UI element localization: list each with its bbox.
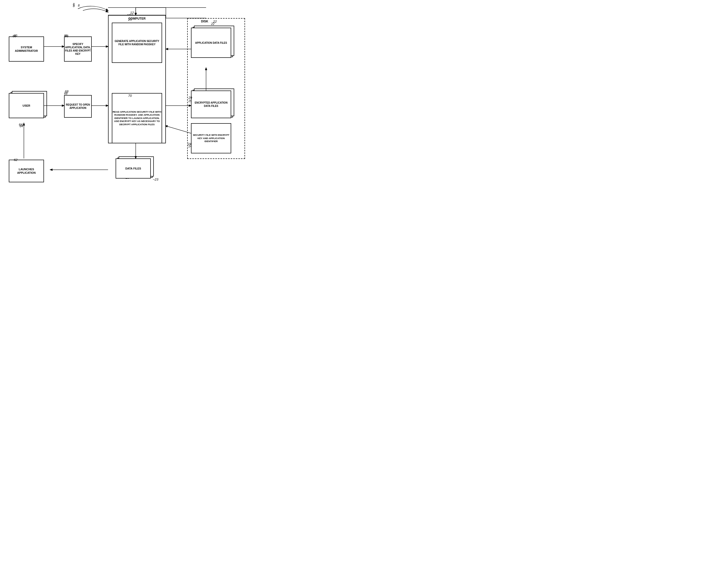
app-data-files-text: APPLICATION DATA FILES xyxy=(195,41,227,44)
ref-8: 8 xyxy=(73,3,75,6)
ref-64: 64 xyxy=(20,124,23,128)
read-security-text: READ APPLICATION SECURITY FILE WITH RAND… xyxy=(112,110,162,126)
ref-68: 68 xyxy=(64,92,67,95)
launches-app-text: LAUNCHES APPLICATION xyxy=(9,167,43,175)
disk-label: DISK xyxy=(201,20,208,23)
system-admin-text: SYSTEM ADMINISTRATOR xyxy=(9,45,43,53)
security-file-text: SECURITY FILE WITH ENCRYPT KEY AND APPLI… xyxy=(191,133,231,143)
security-file-box: SECURITY FILE WITH ENCRYPT KEY AND APPLI… xyxy=(191,123,231,153)
user-text: USER xyxy=(23,104,30,107)
read-security-box: READ APPLICATION SECURITY FILE WITH RAND… xyxy=(112,93,162,143)
computer-label: COMPUTER xyxy=(109,17,165,21)
launches-app-box: LAUNCHES APPLICATION xyxy=(9,160,44,182)
user-box: USER xyxy=(9,93,44,118)
system-admin-box: SYSTEM ADMINISTRATOR xyxy=(9,36,44,62)
app-data-files-box: APPLICATION DATA FILES xyxy=(191,28,231,58)
data-files-box: DATA FILES xyxy=(116,158,151,178)
data-files-text: DATA FILES xyxy=(125,167,141,170)
request-open-text: REQUEST TO OPEN APPLICATION xyxy=(65,103,91,110)
ref-8-label: 8 xyxy=(78,4,80,7)
diagram: 8 25 70 12 60 66 68 62 64 22 23 24 29 8 … xyxy=(0,0,251,194)
generate-security-text: GENERATE APPLICATION SECURITY FILE WITH … xyxy=(112,39,162,46)
specify-app-box: SPECIFY APPLICATION, DATA, FILES AND ENC… xyxy=(64,36,92,62)
encrypted-app-box: ENCRYPTED APPLICATION DATA FILES xyxy=(191,90,231,118)
encrypted-app-text: ENCRYPTED APPLICATION DATA FILES xyxy=(191,101,231,108)
svg-text:~23: ~23 xyxy=(153,177,159,181)
request-open-box: REQUEST TO OPEN APPLICATION xyxy=(64,95,92,118)
generate-security-box: GENERATE APPLICATION SECURITY FILE WITH … xyxy=(112,23,162,63)
specify-app-text: SPECIFY APPLICATION, DATA, FILES AND ENC… xyxy=(65,42,91,56)
